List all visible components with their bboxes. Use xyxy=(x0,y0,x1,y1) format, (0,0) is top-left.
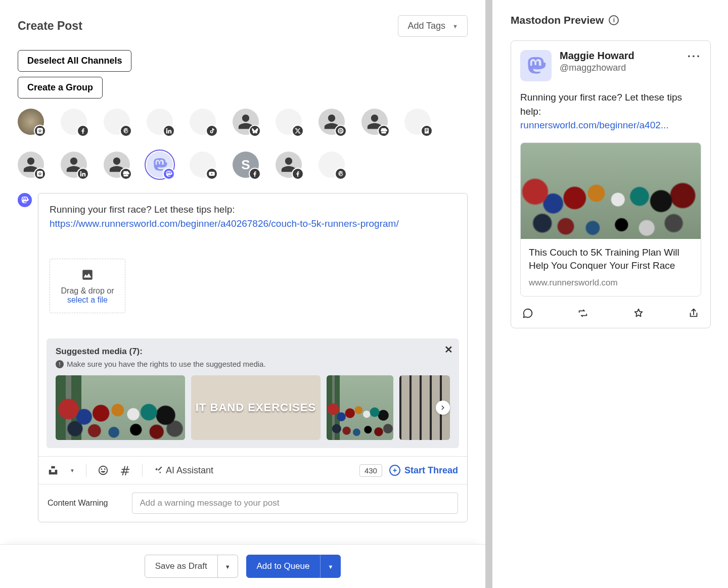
link-preview-image xyxy=(521,143,701,239)
channel-facebook[interactable] xyxy=(276,152,302,178)
separator xyxy=(142,464,143,477)
favorite-icon[interactable] xyxy=(633,308,644,319)
threads-icon xyxy=(335,168,347,180)
channel-bluesky[interactable] xyxy=(233,109,259,135)
google-business-icon xyxy=(378,125,390,137)
add-queue-group: Add to Queue ▼ xyxy=(246,555,341,578)
channel-x[interactable] xyxy=(276,109,302,135)
suggested-media-panel: ✕ Suggested media (7): ! Make sure you h… xyxy=(47,338,459,448)
page-title: Create Post xyxy=(18,19,82,33)
save-draft-button[interactable]: Save as Draft xyxy=(145,555,218,578)
preview-card: Maggie Howard @maggzhoward ··· Running y… xyxy=(511,40,711,328)
deselect-channels-button[interactable]: Deselect All Channels xyxy=(18,50,131,72)
media-dropzone[interactable]: Drag & drop or select a file xyxy=(50,259,125,313)
channel-google-business[interactable] xyxy=(104,152,130,178)
channel-start-page[interactable] xyxy=(404,109,431,135)
preview-handle: @maggzhoward xyxy=(560,63,634,73)
start-thread-label: Start Thread xyxy=(404,465,458,476)
emoji-icon[interactable] xyxy=(98,465,109,476)
channel-youtube[interactable] xyxy=(190,152,216,178)
link-preview-title: This Couch to 5K Training Plan Will Help… xyxy=(529,246,693,273)
channel-google-business[interactable] xyxy=(361,109,388,135)
channel-tiktok[interactable] xyxy=(190,109,216,135)
preview-avatar xyxy=(520,50,552,81)
facebook-icon xyxy=(292,168,304,180)
share-icon[interactable] xyxy=(688,308,699,319)
close-icon[interactable]: ✕ xyxy=(444,344,453,356)
composer-text[interactable]: Running your first race? Let these tips … xyxy=(50,203,456,230)
save-draft-group: Save as Draft ▼ xyxy=(145,555,238,578)
boost-icon[interactable] xyxy=(577,308,588,319)
facebook-icon xyxy=(249,168,261,180)
next-suggested-button[interactable] xyxy=(436,401,450,415)
channel-facebook[interactable]: S xyxy=(233,152,259,178)
media-source-caret[interactable]: ▼ xyxy=(70,468,75,473)
linkedin-icon xyxy=(163,125,175,137)
more-icon[interactable]: ··· xyxy=(688,50,701,63)
suggested-title: Suggested media (7): xyxy=(56,347,452,357)
channel-instagram[interactable] xyxy=(18,109,44,135)
tiktok-icon xyxy=(206,125,218,137)
create-group-button[interactable]: Create a Group xyxy=(18,77,103,99)
threads-icon xyxy=(120,125,132,137)
separator xyxy=(86,464,86,477)
ai-assistant-button[interactable]: AI Assistant xyxy=(154,465,213,476)
add-to-queue-caret[interactable]: ▼ xyxy=(320,555,341,578)
add-tags-label: Add Tags xyxy=(407,21,445,31)
column-divider xyxy=(485,0,492,588)
channel-pinterest[interactable] xyxy=(318,109,345,135)
image-icon xyxy=(81,268,94,281)
suggested-thumb[interactable] xyxy=(327,375,393,440)
bluesky-icon xyxy=(249,125,261,137)
info-icon[interactable]: i xyxy=(609,15,619,25)
pinterest-icon xyxy=(335,125,347,137)
google-business-icon xyxy=(120,168,132,180)
hashtag-icon[interactable] xyxy=(120,465,131,476)
facebook-icon xyxy=(77,125,89,137)
start-thread-button[interactable]: + Start Thread xyxy=(389,465,458,476)
dropzone-text: Drag & drop or xyxy=(61,286,114,295)
warning-icon: ! xyxy=(56,360,64,368)
caret-down-icon: ▼ xyxy=(452,23,458,29)
x-icon xyxy=(292,125,304,137)
channel-linkedin[interactable] xyxy=(147,109,173,135)
composer-link[interactable]: https://www.runnersworld.com/beginner/a4… xyxy=(50,218,399,229)
wand-icon xyxy=(154,466,163,475)
linkedin-icon xyxy=(77,168,89,180)
channel-grid: S xyxy=(18,109,468,178)
composer-caption: Running your first race? Let these tips … xyxy=(50,204,235,215)
preview-actions xyxy=(520,308,701,319)
suggested-thumb[interactable]: IT BAND EXERCISES xyxy=(191,375,321,440)
thumb-overlay-text: IT BAND EXERCISES xyxy=(196,401,316,414)
suggested-thumb[interactable] xyxy=(56,375,185,440)
channel-threads[interactable] xyxy=(318,152,345,178)
mastodon-icon xyxy=(163,168,175,180)
unsplash-icon[interactable] xyxy=(48,465,59,476)
instagram-icon xyxy=(34,168,46,180)
plus-icon: + xyxy=(389,465,400,476)
add-tags-button[interactable]: Add Tags ▼ xyxy=(398,15,468,37)
composer: Running your first race? Let these tips … xyxy=(38,193,468,522)
preview-short-link[interactable]: runnersworld.com/beginner/a402... xyxy=(520,120,669,130)
save-draft-caret[interactable]: ▼ xyxy=(218,555,238,578)
channel-facebook[interactable] xyxy=(61,109,87,135)
composer-toolbar: ▼ AI Assistant 430 + xyxy=(38,456,467,484)
start-page-icon xyxy=(421,125,433,137)
caret-down-icon: ▼ xyxy=(225,564,231,570)
preview-heading: Mastodon Preview xyxy=(511,14,604,26)
link-preview-card[interactable]: This Couch to 5K Training Plan Will Help… xyxy=(520,142,701,297)
composer-network-badge xyxy=(18,193,32,207)
preview-caption: Running your first race? Let these tips … xyxy=(520,92,682,117)
suggested-note: Make sure you have the rights to use the… xyxy=(67,360,266,368)
instagram-icon xyxy=(34,125,46,137)
youtube-icon xyxy=(206,168,218,180)
channel-linkedin[interactable] xyxy=(61,152,87,178)
channel-instagram[interactable] xyxy=(18,152,44,178)
content-warning-input[interactable] xyxy=(132,493,458,514)
preview-name: Maggie Howard xyxy=(560,50,634,62)
channel-mastodon[interactable] xyxy=(147,152,173,178)
add-to-queue-button[interactable]: Add to Queue xyxy=(246,555,321,578)
channel-threads[interactable] xyxy=(104,109,130,135)
select-file-link[interactable]: select a file xyxy=(67,296,108,304)
reply-icon[interactable] xyxy=(522,308,533,319)
